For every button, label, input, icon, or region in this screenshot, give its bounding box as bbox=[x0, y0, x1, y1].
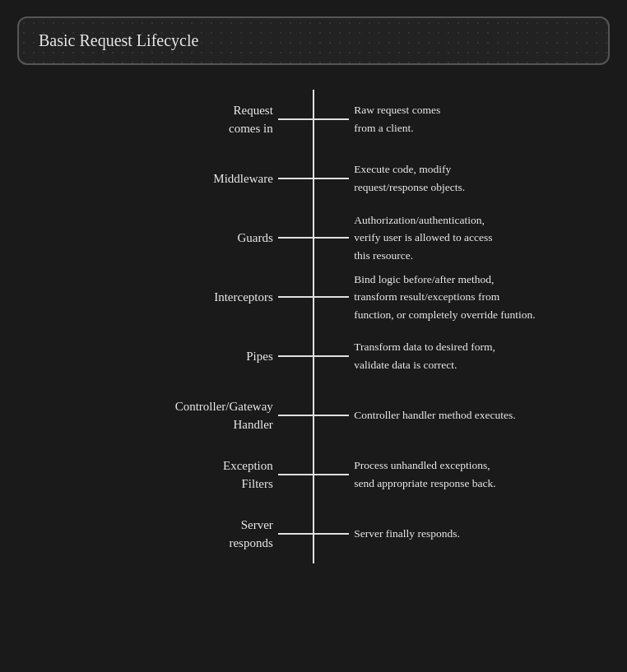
lifecycle-row-pipes: PipesTransform data to desired form,vali… bbox=[17, 327, 610, 386]
title-box: Basic Request Lifecycle bbox=[17, 16, 610, 65]
label-middleware: Middleware bbox=[17, 169, 278, 188]
description-server-responds: Server finally responds. bbox=[349, 525, 610, 543]
label-pipes: Pipes bbox=[17, 347, 278, 366]
lifecycle-row-controller-gateway-handler: Controller/GatewayHandlerController hand… bbox=[17, 386, 610, 445]
description-guards: Authorization/authentication,verify user… bbox=[349, 211, 610, 265]
description-middleware: Execute code, modifyrequest/response obj… bbox=[349, 160, 610, 196]
lifecycle-row-server-responds: ServerrespondsServer finally responds. bbox=[17, 504, 610, 563]
lifecycle-row-interceptors: InterceptorsBind logic before/after meth… bbox=[17, 267, 610, 327]
page-container: Basic Request Lifecycle Requestcomes inR… bbox=[17, 16, 610, 563]
label-guards: Guards bbox=[17, 229, 278, 248]
label-request-comes-in: Requestcomes in bbox=[17, 101, 278, 138]
description-controller-gateway-handler: Controller handler method executes. bbox=[349, 406, 610, 424]
description-interceptors: Bind logic before/after method,transform… bbox=[349, 271, 610, 324]
description-exception-filters: Process unhandled exceptions,send approp… bbox=[349, 456, 610, 492]
description-request-comes-in: Raw request comesfrom a client. bbox=[349, 101, 610, 137]
label-controller-gateway-handler: Controller/GatewayHandler bbox=[17, 397, 278, 434]
description-pipes: Transform data to desired form,validate … bbox=[349, 338, 610, 373]
page-title: Basic Request Lifecycle bbox=[39, 31, 198, 49]
label-exception-filters: ExceptionFilters bbox=[17, 456, 278, 494]
label-interceptors: Interceptors bbox=[17, 288, 278, 307]
label-server-responds: Serverresponds bbox=[17, 516, 278, 553]
lifecycle-row-request-comes-in: Requestcomes inRaw request comesfrom a c… bbox=[17, 90, 610, 149]
diagram-area: Requestcomes inRaw request comesfrom a c… bbox=[17, 90, 610, 563]
lifecycle-row-middleware: MiddlewareExecute code, modifyrequest/re… bbox=[17, 149, 610, 208]
lifecycle-row-guards: GuardsAuthorization/authentication,verif… bbox=[17, 208, 610, 267]
lifecycle-row-exception-filters: ExceptionFiltersProcess unhandled except… bbox=[17, 445, 610, 504]
